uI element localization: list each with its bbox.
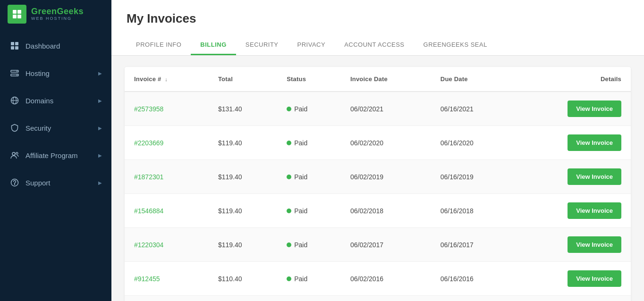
view-invoice-button[interactable]: View Invoice	[568, 236, 621, 253]
col-invoice-date: Invoice Date	[341, 67, 431, 92]
status-label: Paid	[294, 105, 307, 113]
cell-due-date: 06/16/2020	[431, 126, 515, 160]
sidebar-item-label: Affiliate Program	[25, 151, 78, 159]
cell-due-date: 06/16/2016	[431, 262, 515, 296]
svg-rect-2	[13, 15, 17, 18]
tab-billing[interactable]: Billing	[191, 35, 236, 55]
sidebar-item-affiliate[interactable]: Affiliate Program ▶	[0, 142, 111, 169]
sidebar-item-label: Hosting	[25, 69, 50, 77]
cell-due-date: 06/16/2018	[431, 194, 515, 228]
sidebar-item-domains[interactable]: Domains ▶	[0, 87, 111, 114]
hosting-icon	[9, 68, 20, 78]
cell-status: Paid	[277, 194, 341, 228]
cell-invoice-date: 06/02/2019	[341, 160, 431, 194]
status-dot	[287, 276, 291, 281]
cell-invoice: #1546884	[125, 194, 209, 228]
cell-invoice-date: 06/02/2017	[341, 228, 431, 262]
svg-rect-8	[11, 46, 14, 50]
sidebar-item-dashboard[interactable]: Dashboard	[0, 32, 111, 59]
cell-status: Paid	[277, 160, 341, 194]
cell-status: Paid	[277, 228, 341, 262]
status-dot	[287, 107, 291, 111]
col-details: Details	[514, 67, 631, 92]
sidebar-item-label: Security	[25, 124, 51, 132]
table-row: #2203669 $119.40 Paid 06/02/2020 06/16/2…	[125, 126, 631, 160]
col-total: Total	[209, 67, 277, 92]
cell-status: Paid	[277, 92, 341, 126]
cell-invoice: #1872301	[125, 160, 209, 194]
cell-details: View Invoice	[514, 126, 631, 160]
status-dot	[287, 242, 291, 247]
cell-status: Paid	[277, 126, 341, 160]
cell-invoice: #674570	[125, 296, 209, 301]
sidebar-item-label: Support	[25, 179, 51, 187]
cell-invoice: #2573958	[125, 92, 209, 126]
tab-security[interactable]: Security	[236, 35, 288, 55]
cell-invoice-date: 06/02/2016	[341, 262, 431, 296]
view-invoice-button[interactable]: View Invoice	[568, 134, 621, 151]
invoice-link[interactable]: #1872301	[134, 173, 163, 181]
svg-rect-7	[15, 42, 18, 45]
sidebar-item-hosting[interactable]: Hosting ▶	[0, 59, 111, 87]
shield-icon	[9, 123, 20, 133]
invoice-link[interactable]: #1546884	[134, 207, 163, 215]
cell-due-date: 06/16/2019	[431, 160, 515, 194]
invoice-link[interactable]: #2573958	[134, 105, 163, 113]
table-row: #1220304 $119.40 Paid 06/02/2017 06/16/2…	[125, 228, 631, 262]
col-status: Status	[277, 67, 341, 92]
invoice-link[interactable]: #912455	[134, 275, 160, 283]
view-invoice-button[interactable]: View Invoice	[568, 100, 621, 117]
invoices-table: Invoice # ↓ Total Status Invoice Date Du…	[125, 67, 631, 301]
cell-invoice: #1220304	[125, 228, 209, 262]
sort-icon[interactable]: ↓	[165, 76, 168, 82]
col-invoice: Invoice # ↓	[125, 67, 209, 92]
table-header-row: Invoice # ↓ Total Status Invoice Date Du…	[125, 67, 631, 92]
svg-rect-9	[15, 46, 18, 50]
chevron-right-icon: ▶	[98, 180, 102, 185]
tab-privacy[interactable]: Privacy	[288, 35, 335, 55]
tab-profile[interactable]: Profile Info	[127, 35, 191, 55]
tabs: Profile Info Billing Security Privacy Ac…	[127, 35, 629, 55]
sidebar-item-security[interactable]: Security ▶	[0, 114, 111, 142]
people-icon	[9, 150, 20, 160]
tab-greengeeks-seal[interactable]: GreenGeeks Seal	[414, 35, 497, 55]
support-icon	[9, 177, 20, 188]
logo-icon	[8, 5, 26, 24]
table-row: #1872301 $119.40 Paid 06/02/2019 06/16/2…	[125, 160, 631, 194]
tab-account-access[interactable]: Account Access	[335, 35, 414, 55]
svg-rect-3	[17, 15, 21, 18]
chevron-right-icon: ▶	[98, 125, 102, 131]
main-header: My Invoices Profile Info Billing Securit…	[111, 0, 644, 56]
cell-invoice: #2203669	[125, 126, 209, 160]
cell-invoice-date: 06/16/2015	[341, 296, 431, 301]
sidebar-item-support[interactable]: Support ▶	[0, 169, 111, 196]
invoices-table-container: Invoice # ↓ Total Status Invoice Date Du…	[125, 67, 631, 301]
chevron-right-icon: ▶	[98, 153, 102, 158]
cell-invoice: #912455	[125, 262, 209, 296]
table-body: #2573958 $131.40 Paid 06/02/2021 06/16/2…	[125, 92, 631, 301]
status-label: Paid	[294, 207, 307, 215]
view-invoice-button[interactable]: View Invoice	[568, 270, 621, 287]
col-due-date: Due Date	[431, 67, 515, 92]
status-dot	[287, 175, 291, 179]
cell-total: $110.40	[209, 262, 277, 296]
cell-details: View Invoice	[514, 92, 631, 126]
svg-point-17	[12, 152, 15, 155]
invoice-link[interactable]: #1220304	[134, 241, 163, 249]
sidebar-nav: Dashboard Hosting ▶	[0, 28, 111, 196]
view-invoice-button[interactable]: View Invoice	[568, 202, 621, 219]
chevron-right-icon: ▶	[98, 71, 102, 76]
cell-due-date: 06/16/2021	[431, 92, 515, 126]
sidebar: GreenGeeks WEB HOSTING Dashboard	[0, 0, 111, 301]
page-title: My Invoices	[127, 11, 629, 26]
cell-due-date: 06/21/2015	[431, 296, 515, 301]
invoice-link[interactable]: #2203669	[134, 139, 163, 147]
cell-details: View Invoice	[514, 194, 631, 228]
svg-rect-1	[17, 10, 21, 14]
logo-name: GreenGeeks	[31, 7, 84, 17]
chevron-right-icon: ▶	[98, 98, 102, 103]
cell-total: $119.40	[209, 194, 277, 228]
status-dot	[287, 141, 291, 145]
status-label: Paid	[294, 139, 307, 147]
view-invoice-button[interactable]: View Invoice	[568, 168, 621, 185]
